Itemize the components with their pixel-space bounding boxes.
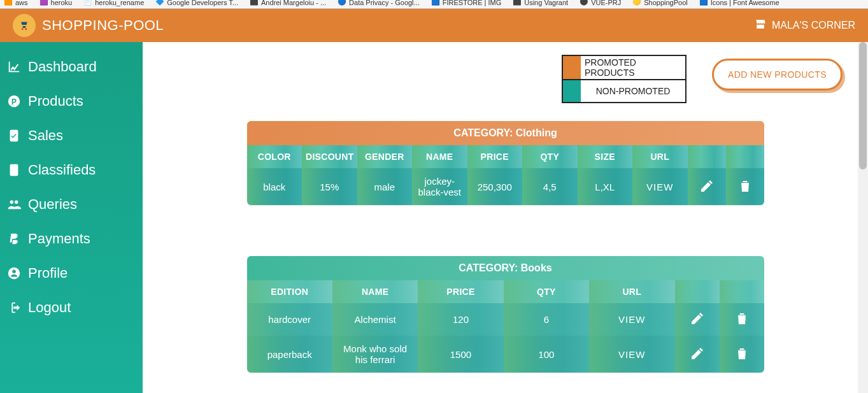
category-title: CATEGORY: Books	[247, 256, 764, 280]
svg-point-1	[25, 28, 27, 30]
sidebar-item-label: Dashboard	[28, 59, 97, 75]
table-row: paperback Monk who sold his ferrari 1500…	[247, 336, 764, 373]
chart-line-icon	[6, 59, 22, 75]
col-header-delete	[720, 280, 764, 303]
brand-logo-icon	[13, 14, 36, 37]
bookmark-item[interactable]: ⚫VUE-PRJ	[580, 0, 621, 7]
view-link[interactable]: VIEW	[646, 182, 673, 192]
brand-title: SHOPPING-POOL	[42, 17, 164, 34]
category-card-clothing: CATEGORY: Clothing COLOR DISCOUNT GENDER…	[247, 121, 764, 205]
col-header: PRICE	[467, 145, 523, 168]
col-header: NAME	[332, 280, 418, 303]
cell-price: 250,300	[467, 168, 523, 205]
sidebar-item-products[interactable]: P Products	[0, 84, 143, 118]
app-header: SHOPPING-POOL MALA'S CORNER	[0, 9, 868, 42]
col-header: SIZE	[578, 145, 633, 168]
bookmark-item[interactable]: 🟪heroku	[39, 0, 73, 7]
col-header: NAME	[412, 145, 467, 168]
cell-name: Monk who sold his ferrari	[332, 336, 418, 373]
cell-price: 1500	[418, 336, 503, 373]
svg-point-0	[22, 28, 24, 30]
vertical-scrollbar[interactable]	[858, 42, 868, 393]
delete-icon[interactable]	[737, 185, 753, 196]
bookmark-item[interactable]: 🔵Data Privacy - Googl...	[338, 0, 420, 7]
legend-label: NON-PROMOTED	[581, 80, 685, 102]
sidebar-item-sales[interactable]: Sales	[0, 118, 143, 153]
sidebar-item-profile[interactable]: Profile	[0, 256, 143, 290]
bookmark-item[interactable]: 🟡ShoppingPool	[632, 0, 688, 7]
bookmark-item[interactable]: 🔷Google Developers T...	[155, 0, 238, 7]
sidebar-item-label: Products	[28, 93, 83, 110]
legend-row-nonpromoted[interactable]: NON-PROMOTED	[563, 79, 685, 102]
store-link[interactable]: MALA'S CORNER	[754, 18, 855, 33]
p-circle-icon: P	[6, 94, 22, 109]
col-header: QTY	[504, 280, 589, 303]
cell-color: black	[247, 168, 302, 205]
legend-label: PROMOTED PRODUCTS	[581, 56, 685, 79]
col-header: DISCOUNT	[302, 145, 357, 168]
sidebar-item-label: Payments	[28, 231, 90, 247]
sidebar-item-label: Logout	[28, 299, 71, 316]
col-header: GENDER	[357, 145, 413, 168]
table-header-row: COLOR DISCOUNT GENDER NAME PRICE QTY SIZ…	[247, 145, 764, 168]
col-header-delete	[726, 145, 764, 168]
clipboard-check-icon	[6, 128, 22, 143]
sidebar-item-queries[interactable]: Queries	[0, 187, 143, 222]
bookmark-item[interactable]: 🟧aws	[4, 0, 28, 7]
cell-edition: hardcover	[247, 303, 332, 336]
col-header: PRICE	[418, 280, 503, 303]
scrollbar-thumb[interactable]	[859, 42, 867, 169]
category-card-books: CATEGORY: Books EDITION NAME PRICE QTY U…	[247, 256, 764, 373]
sidebar-item-dashboard[interactable]: Dashboard	[0, 50, 143, 84]
sidebar-item-classifieds[interactable]: Classifieds	[0, 153, 143, 187]
table-row: black 15% male jockey-black-vest 250,300…	[247, 168, 764, 205]
cell-name: jockey-black-vest	[412, 168, 467, 205]
delete-icon[interactable]	[734, 317, 750, 328]
storefront-icon	[754, 18, 767, 33]
cell-qty: 4,5	[522, 168, 578, 205]
legend-row-promoted[interactable]: PROMOTED PRODUCTS	[563, 56, 685, 79]
main-content: PROMOTED PRODUCTS NON-PROMOTED ADD NEW P…	[143, 42, 868, 393]
cell-name: Alchemist	[332, 303, 418, 336]
sign-out-icon	[6, 300, 22, 315]
browser-bookmark-bar: 🟧aws 🟪heroku 📄heroku_rename 🔷Google Deve…	[0, 0, 868, 9]
cell-size: L,XL	[578, 168, 633, 205]
sidebar: Dashboard P Products Sales Classifieds Q…	[0, 42, 143, 393]
col-header: URL	[589, 280, 674, 303]
sidebar-item-logout[interactable]: Logout	[0, 290, 143, 325]
category-title: CATEGORY: Clothing	[247, 121, 764, 145]
sidebar-item-label: Classifieds	[28, 162, 96, 178]
brand[interactable]: SHOPPING-POOL	[13, 14, 164, 37]
bookmark-item[interactable]: 📄heroku_rename	[83, 0, 144, 7]
table-row: hardcover Alchemist 120 6 VIEW	[247, 303, 764, 336]
bookmark-item[interactable]: 🟦FIRESTORE | IMG	[431, 0, 502, 7]
cell-qty: 100	[504, 336, 589, 373]
cell-price: 120	[418, 303, 503, 336]
edit-icon[interactable]	[690, 317, 705, 328]
user-circle-icon	[6, 266, 22, 281]
cell-qty: 6	[504, 303, 589, 336]
edit-icon[interactable]	[690, 352, 705, 363]
promotion-legend: PROMOTED PRODUCTS NON-PROMOTED	[562, 55, 687, 103]
col-header: QTY	[522, 145, 578, 168]
users-icon	[6, 197, 22, 212]
paypal-icon	[6, 231, 22, 247]
svg-point-5	[12, 270, 16, 274]
cell-discount: 15%	[302, 168, 357, 205]
add-new-products-button[interactable]: ADD NEW PRODUCTS	[712, 59, 843, 90]
col-header: COLOR	[247, 145, 302, 168]
edit-icon[interactable]	[699, 185, 715, 196]
clipboard-list-icon	[6, 162, 22, 178]
col-header: EDITION	[247, 280, 332, 303]
legend-swatch-nonpromoted	[563, 80, 581, 102]
delete-icon[interactable]	[734, 352, 750, 363]
sidebar-item-payments[interactable]: Payments	[0, 222, 143, 256]
sidebar-item-label: Queries	[28, 196, 77, 213]
view-link[interactable]: VIEW	[618, 314, 645, 325]
col-header-edit	[675, 280, 720, 303]
bookmark-item[interactable]: 🟦Icons | Font Awesome	[699, 0, 779, 7]
bookmark-item[interactable]: ⬛Andrei Margeloiu - ...	[250, 0, 326, 7]
view-link[interactable]: VIEW	[618, 349, 645, 360]
bookmark-item[interactable]: ⬛Using Vagrant	[513, 0, 568, 7]
cell-edition: paperback	[247, 336, 332, 373]
